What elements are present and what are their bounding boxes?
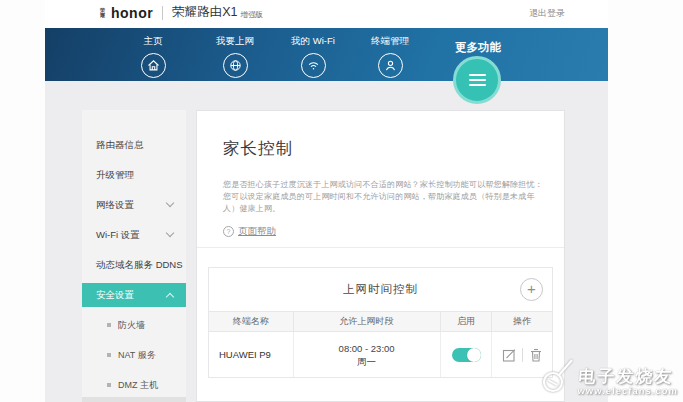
wifi-icon [301, 53, 326, 78]
product-edition-badge: 增强版 [240, 6, 263, 20]
top-header-bar: 荣耀 honor 荣耀路由X1 增强版 退出登录 [45, 0, 608, 28]
workspace: 路由器信息 升级管理 网络设置 Wi-Fi 设置 动态域名服务 DDNS 安 [45, 81, 608, 402]
enable-cell [441, 332, 493, 377]
nav-label-home: 主页 [113, 35, 193, 48]
device-name-cell: HUAWEI P9 [209, 332, 294, 377]
user-icon [378, 53, 403, 78]
bullet-icon [107, 383, 111, 387]
main-navbar: 主页 我要上网 我的 Wi-Fi [45, 28, 608, 81]
sidebar-item-router-info[interactable]: 路由器信息 [82, 130, 186, 160]
edit-button[interactable] [501, 347, 517, 363]
trash-icon [528, 347, 544, 363]
sidebar-item-upgrade[interactable]: 升级管理 [82, 160, 186, 190]
home-icon [141, 53, 166, 78]
page-description: 您是否担心孩子过度沉迷于上网或访问不合适的网站？家长控制功能可以帮您解除担忧：您… [223, 179, 550, 215]
sidebar-item-wifi-settings[interactable]: Wi-Fi 设置 [82, 220, 186, 250]
sidebar-subitem-dmz[interactable]: DMZ 主机 [82, 370, 186, 400]
time-range: 08:00 - 23:00 [339, 342, 395, 355]
nav-item-wifi[interactable]: 我的 Wi-Fi [273, 35, 353, 78]
nav-label-more: 更多功能 [455, 41, 501, 53]
sidebar-subitem-firewall[interactable]: 防火墙 [82, 310, 186, 340]
more-functions-menu-button[interactable] [453, 56, 501, 104]
online-time-control-box: 上网时间控制 + 终端名称 允许上网时段 启用 操作 HUAWEI P9 [208, 267, 553, 378]
help-icon: ? [223, 226, 234, 237]
logout-link[interactable]: 退出登录 [529, 7, 565, 20]
action-divider [522, 348, 523, 362]
time-control-title: 上网时间控制 [343, 282, 418, 297]
nav-item-internet[interactable]: 我要上网 [195, 35, 275, 78]
nav-item-home[interactable]: 主页 [113, 35, 193, 78]
sidebar-item-cutoff [82, 397, 186, 402]
col-actions: 操作 [492, 312, 552, 331]
nav-item-more[interactable]: 更多功能 [436, 37, 520, 55]
bullet-icon [107, 353, 111, 357]
period-cell: 08:00 - 23:00 周一 [294, 332, 441, 377]
enable-toggle[interactable] [452, 348, 481, 362]
page-title: 家长控制 [223, 138, 564, 160]
nav-label-devices: 终端管理 [350, 35, 430, 48]
honor-logo-text: honor [111, 5, 153, 21]
delete-button[interactable] [528, 347, 544, 363]
page-help-link[interactable]: ? 页面帮助 [223, 225, 276, 238]
nav-item-devices[interactable]: 终端管理 [350, 35, 430, 78]
hamburger-icon [469, 74, 486, 76]
col-enable: 启用 [441, 312, 493, 331]
sidebar-subitem-nat[interactable]: NAT 服务 [82, 340, 186, 370]
time-control-header: 上网时间控制 + [209, 268, 552, 312]
globe-icon [223, 53, 248, 78]
add-rule-button[interactable]: + [520, 278, 543, 301]
table-header-row: 终端名称 允许上网时段 启用 操作 [209, 312, 552, 332]
brand-logo: 荣耀 honor 荣耀路由X1 增强版 [100, 4, 263, 21]
time-control-table: 终端名称 允许上网时段 启用 操作 HUAWEI P9 08:00 - 23:0… [209, 312, 552, 377]
toggle-knob [467, 348, 481, 362]
honor-cn-logo-mark: 荣耀 [100, 8, 109, 18]
actions-cell [492, 332, 552, 377]
nav-label-internet: 我要上网 [195, 35, 275, 48]
chevron-up-icon [166, 293, 174, 301]
router-admin-app: 荣耀 honor 荣耀路由X1 增强版 退出登录 主页 我要上网 [45, 0, 608, 402]
chevron-down-icon [166, 229, 174, 237]
col-allowed-period: 允许上网时段 [294, 312, 441, 331]
screenshot-stage: 荣耀 honor 荣耀路由X1 增强版 退出登录 主页 我要上网 [0, 0, 683, 402]
sidebar-item-security-active[interactable]: 安全设置 [82, 283, 186, 307]
settings-sidebar: 路由器信息 升级管理 网络设置 Wi-Fi 设置 动态域名服务 DDNS 安 [82, 110, 186, 402]
sidebar-item-network[interactable]: 网络设置 [82, 190, 186, 220]
sidebar-item-ddns[interactable]: 动态域名服务 DDNS [82, 250, 186, 280]
table-row: HUAWEI P9 08:00 - 23:00 周一 [209, 332, 552, 377]
brand-divider [162, 6, 163, 20]
time-days: 周一 [339, 355, 395, 368]
chevron-down-icon [166, 199, 174, 207]
nav-label-wifi: 我的 Wi-Fi [273, 35, 353, 48]
parental-control-panel: 家长控制 您是否担心孩子过度沉迷于上网或访问不合适的网站？家长控制功能可以帮您解… [196, 110, 565, 402]
product-name: 荣耀路由X1 [172, 4, 237, 21]
bullet-icon [107, 323, 111, 327]
edit-icon [501, 347, 517, 363]
col-device-name: 终端名称 [209, 312, 294, 331]
panel-divider [197, 247, 564, 248]
